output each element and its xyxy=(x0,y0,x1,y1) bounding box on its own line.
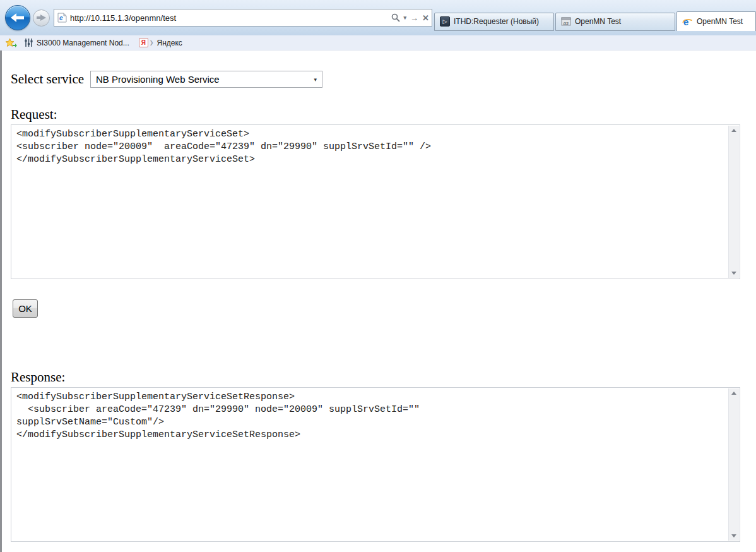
search-icon[interactable] xyxy=(391,13,400,22)
stop-icon[interactable]: ✕ xyxy=(422,14,429,22)
request-xml-text[interactable]: <modifySubscriberSupplementaryServiceSet… xyxy=(12,126,728,278)
back-button[interactable] xyxy=(5,5,30,30)
tab-ithd-requester[interactable]: ▷ ITHD:Requester (Новый) xyxy=(434,13,554,31)
tab-label: ITHD:Requester (Новый) xyxy=(454,17,539,26)
request-scrollbar[interactable] xyxy=(728,126,739,278)
back-arrow-icon xyxy=(11,13,25,22)
response-label: Response: xyxy=(11,369,756,385)
svg-text:e: e xyxy=(683,16,688,27)
favorites-bar: SI3000 Management Nod... Я ❯ Яндекс xyxy=(0,35,756,51)
asp-page-icon: as xyxy=(561,16,571,27)
chevron-down-icon: ▾ xyxy=(314,76,317,83)
select-service-label: Select service xyxy=(11,71,84,87)
favorite-si3000[interactable]: SI3000 Management Nod... xyxy=(21,37,132,49)
request-textarea[interactable]: <modifySubscriberSupplementaryServiceSet… xyxy=(11,124,740,279)
page-favicon: e xyxy=(57,13,67,23)
navigation-bar: e http://10.115.1.3/openmn/test ▾ → ✕ ▷ … xyxy=(0,0,756,26)
requester-app-icon: ▷ xyxy=(440,16,450,27)
svg-text:as: as xyxy=(564,20,569,26)
search-dropdown-icon[interactable]: ▾ xyxy=(404,15,407,21)
favorite-label: SI3000 Management Nod... xyxy=(37,39,129,47)
sliders-icon xyxy=(24,38,33,47)
tab-openmn-test-active[interactable]: e OpenMN Test xyxy=(676,11,756,31)
yandex-icon: Я xyxy=(139,38,148,47)
scroll-down-icon[interactable] xyxy=(731,272,736,275)
response-textarea[interactable]: <modifySubscriberSupplementaryServiceSet… xyxy=(11,387,740,542)
address-bar-actions: ▾ → ✕ xyxy=(391,13,429,22)
browser-chrome: e http://10.115.1.3/openmn/test ▾ → ✕ ▷ … xyxy=(0,0,756,35)
scroll-down-icon[interactable] xyxy=(731,534,736,537)
url-text[interactable]: http://10.115.1.3/openmn/test xyxy=(67,13,391,23)
favorite-label: Яндекс xyxy=(157,39,182,47)
forward-button[interactable] xyxy=(33,9,50,27)
chevron-right-icon: ❯ xyxy=(150,40,154,45)
forward-arrow-icon xyxy=(37,15,46,21)
response-scrollbar[interactable] xyxy=(728,388,739,541)
address-bar[interactable]: e http://10.115.1.3/openmn/test ▾ → ✕ xyxy=(54,9,432,27)
favorite-yandex[interactable]: Я ❯ Яндекс xyxy=(136,37,185,49)
tab-openmn-test-1[interactable]: as OpenMN Test xyxy=(555,13,675,31)
ok-button[interactable]: OK xyxy=(13,299,38,318)
page-content: Select service NB Provisioning Web Servi… xyxy=(0,51,756,552)
request-label: Request: xyxy=(11,107,756,123)
tab-label: OpenMN Test xyxy=(697,17,743,26)
scroll-up-icon[interactable] xyxy=(731,392,736,395)
response-xml-text[interactable]: <modifySubscriberSupplementaryServiceSet… xyxy=(12,388,728,541)
service-row: Select service NB Provisioning Web Servi… xyxy=(11,71,756,88)
scroll-up-icon[interactable] xyxy=(731,129,736,132)
tab-label: OpenMN Test xyxy=(575,17,621,26)
add-favorite-star-icon[interactable] xyxy=(5,38,17,48)
service-select-value: NB Provisioning Web Service xyxy=(96,74,314,85)
service-select[interactable]: NB Provisioning Web Service ▾ xyxy=(90,71,322,88)
svg-text:e: e xyxy=(59,15,63,21)
tab-bar: ▷ ITHD:Requester (Новый) as OpenMN Test … xyxy=(434,5,756,31)
go-icon[interactable]: → xyxy=(410,14,418,22)
ie-icon: e xyxy=(682,16,693,27)
